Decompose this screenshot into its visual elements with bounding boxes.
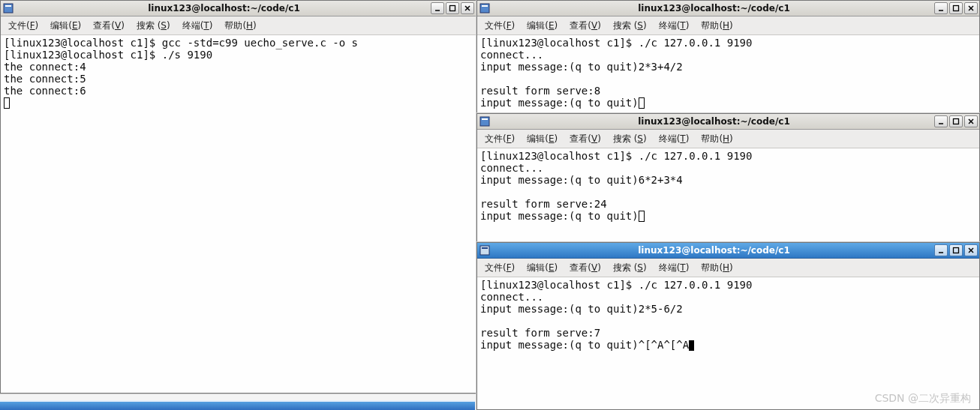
close-button[interactable] bbox=[964, 244, 978, 256]
menu-file[interactable]: 文件(F) bbox=[482, 131, 518, 147]
terminal-line: [linux123@localhost c1]$ ./c 127.0.0.1 9… bbox=[480, 150, 752, 162]
menu-terminal[interactable]: 终端(T) bbox=[656, 18, 693, 34]
svg-rect-3 bbox=[450, 6, 455, 11]
minimize-button[interactable] bbox=[431, 2, 444, 14]
svg-rect-13 bbox=[482, 118, 488, 120]
menu-search[interactable]: 搜索 (S) bbox=[610, 131, 650, 147]
menu-edit[interactable]: 编辑(E) bbox=[47, 18, 84, 34]
titlebar[interactable]: linux123@localhost:~/code/c1 bbox=[477, 114, 979, 130]
close-button[interactable] bbox=[461, 2, 474, 14]
close-button[interactable] bbox=[964, 115, 978, 127]
terminal-window-client2[interactable]: linux123@localhost:~/code/c1 文件(F) 编辑(E)… bbox=[476, 113, 980, 243]
terminal-output[interactable]: [linux123@localhost c1]$ gcc -std=c99 ue… bbox=[1, 35, 476, 393]
window-menu-icon[interactable] bbox=[479, 115, 491, 127]
menu-file[interactable]: 文件(F) bbox=[482, 260, 518, 276]
menu-help[interactable]: 帮助(H) bbox=[221, 18, 259, 34]
close-button[interactable] bbox=[964, 2, 978, 14]
menu-terminal[interactable]: 终端(T) bbox=[656, 260, 693, 276]
window-title: linux123@localhost:~/code/c1 bbox=[494, 245, 934, 256]
window-menu-icon[interactable] bbox=[479, 2, 491, 14]
terminal-line: the connect:5 bbox=[4, 73, 86, 85]
window-menu-icon[interactable] bbox=[479, 244, 491, 256]
terminal-line: input message:(q to quit)6*2+3*4 bbox=[480, 174, 683, 186]
menu-help[interactable]: 帮助(H) bbox=[698, 131, 735, 147]
menubar[interactable]: 文件(F) 编辑(E) 查看(V) 搜索 (S) 终端(T) 帮助(H) bbox=[477, 16, 979, 35]
cursor-icon bbox=[639, 97, 645, 109]
svg-rect-18 bbox=[480, 246, 489, 255]
terminal-line: [linux123@localhost c1]$ ./c 127.0.0.1 9… bbox=[480, 279, 752, 291]
maximize-button[interactable] bbox=[446, 2, 459, 14]
titlebar[interactable]: linux123@localhost:~/code/c1 bbox=[477, 1, 979, 16]
terminal-output[interactable]: [linux123@localhost c1]$ ./c 127.0.0.1 9… bbox=[477, 148, 979, 242]
terminal-line: result form serve:24 bbox=[480, 198, 607, 210]
menubar[interactable]: 文件(F) 编辑(E) 查看(V) 搜索 (S) 终端(T) 帮助(H) bbox=[477, 130, 979, 148]
menubar[interactable]: 文件(F) 编辑(E) 查看(V) 搜索 (S) 终端(T) 帮助(H) bbox=[1, 16, 476, 35]
taskbar[interactable] bbox=[0, 400, 475, 410]
menu-view[interactable]: 查看(V) bbox=[567, 260, 604, 276]
menu-file[interactable]: 文件(F) bbox=[482, 18, 518, 34]
terminal-window-client1[interactable]: linux123@localhost:~/code/c1 文件(F) 编辑(E)… bbox=[476, 0, 980, 114]
menubar[interactable]: 文件(F) 编辑(E) 查看(V) 搜索 (S) 终端(T) 帮助(H) bbox=[477, 259, 979, 277]
svg-rect-21 bbox=[954, 248, 959, 253]
maximize-button[interactable] bbox=[949, 2, 963, 14]
terminal-line: the connect:4 bbox=[4, 61, 86, 73]
menu-search[interactable]: 搜索 (S) bbox=[610, 260, 650, 276]
minimize-button[interactable] bbox=[934, 244, 948, 256]
terminal-window-server[interactable]: linux123@localhost:~/code/c1 文件(F) 编辑(E)… bbox=[0, 0, 476, 394]
terminal-line: result form serve:8 bbox=[480, 85, 600, 97]
svg-rect-1 bbox=[5, 5, 11, 7]
svg-rect-7 bbox=[482, 5, 488, 7]
svg-rect-19 bbox=[482, 247, 488, 249]
terminal-line: [linux123@localhost c1]$ ./s 9190 bbox=[4, 49, 212, 61]
terminal-line: input message:(q to quit)^[^A^[^A bbox=[480, 339, 689, 351]
svg-rect-0 bbox=[4, 4, 13, 13]
svg-rect-9 bbox=[954, 6, 959, 11]
terminal-output[interactable]: [linux123@localhost c1]$ ./c 127.0.0.1 9… bbox=[477, 277, 979, 409]
menu-search[interactable]: 搜索 (S) bbox=[134, 18, 173, 34]
terminal-output[interactable]: [linux123@localhost c1]$ ./c 127.0.0.1 9… bbox=[477, 35, 979, 113]
terminal-line: the connect:6 bbox=[4, 85, 86, 97]
menu-terminal[interactable]: 终端(T) bbox=[179, 18, 216, 34]
svg-rect-15 bbox=[954, 119, 959, 124]
svg-rect-6 bbox=[480, 4, 489, 13]
terminal-line: connect... bbox=[480, 291, 543, 303]
terminal-line: input message:(q to quit) bbox=[480, 97, 639, 109]
terminal-line: connect... bbox=[480, 162, 543, 174]
cursor-icon bbox=[4, 97, 10, 109]
titlebar[interactable]: linux123@localhost:~/code/c1 bbox=[1, 1, 476, 16]
menu-file[interactable]: 文件(F) bbox=[5, 18, 41, 34]
menu-view[interactable]: 查看(V) bbox=[90, 18, 128, 34]
menu-search[interactable]: 搜索 (S) bbox=[610, 18, 650, 34]
menu-help[interactable]: 帮助(H) bbox=[698, 18, 735, 34]
terminal-line: input message:(q to quit)2*5-6/2 bbox=[480, 303, 683, 315]
terminal-line: [linux123@localhost c1]$ gcc -std=c99 ue… bbox=[4, 37, 358, 49]
window-title: linux123@localhost:~/code/c1 bbox=[494, 116, 934, 127]
menu-edit[interactable]: 编辑(E) bbox=[524, 131, 561, 147]
window-title: linux123@localhost:~/code/c1 bbox=[17, 3, 431, 13]
terminal-line: [linux123@localhost c1]$ ./c 127.0.0.1 9… bbox=[480, 37, 752, 49]
cursor-icon bbox=[639, 211, 645, 222]
terminal-line: result form serve:7 bbox=[480, 327, 600, 339]
maximize-button[interactable] bbox=[949, 244, 963, 256]
menu-edit[interactable]: 编辑(E) bbox=[524, 18, 561, 34]
menu-terminal[interactable]: 终端(T) bbox=[656, 131, 693, 147]
minimize-button[interactable] bbox=[934, 115, 948, 127]
svg-rect-12 bbox=[480, 117, 489, 126]
menu-view[interactable]: 查看(V) bbox=[567, 131, 604, 147]
menu-edit[interactable]: 编辑(E) bbox=[524, 260, 561, 276]
window-title: linux123@localhost:~/code/c1 bbox=[494, 3, 934, 13]
minimize-button[interactable] bbox=[934, 2, 948, 14]
cursor-icon bbox=[689, 340, 694, 351]
maximize-button[interactable] bbox=[949, 115, 963, 127]
terminal-line: input message:(q to quit)2*3+4/2 bbox=[480, 61, 683, 73]
terminal-window-client3[interactable]: linux123@localhost:~/code/c1 文件(F) 编辑(E)… bbox=[476, 242, 980, 410]
menu-view[interactable]: 查看(V) bbox=[567, 18, 604, 34]
terminal-line: input message:(q to quit) bbox=[480, 210, 639, 222]
titlebar[interactable]: linux123@localhost:~/code/c1 bbox=[477, 243, 979, 259]
window-menu-icon[interactable] bbox=[2, 2, 14, 14]
menu-help[interactable]: 帮助(H) bbox=[698, 260, 735, 276]
terminal-line: connect... bbox=[480, 49, 543, 61]
